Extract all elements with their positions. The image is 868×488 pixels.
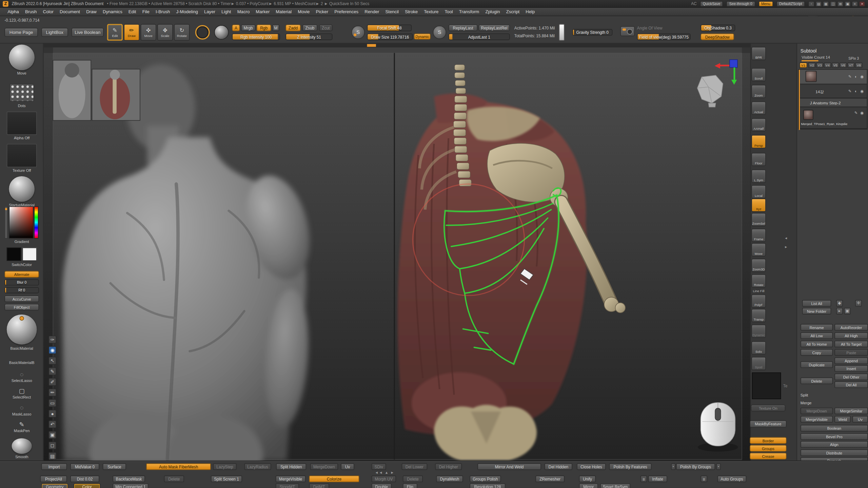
bottom-button-18[interactable]: • (716, 463, 721, 470)
quicksave-button[interactable]: QuickSave (700, 1, 723, 6)
bottom-button-del-hidden[interactable]: Del Hidden (545, 463, 572, 470)
shelf-polyf[interactable]: PolyF (751, 294, 766, 308)
shelf-actual[interactable]: Actual (751, 101, 766, 115)
menu-i-brush[interactable]: I-Brush (153, 9, 173, 14)
rgb-intensity-slider[interactable]: Rgb Intensity 100 (232, 34, 280, 40)
bottom-button-split-hidden[interactable]: Split Hidden (276, 463, 306, 470)
subtool-button-del-all[interactable]: Del All (834, 381, 868, 388)
stroke-thumbnail[interactable] (9, 84, 34, 102)
layout-icon[interactable]: ▤ (815, 1, 822, 6)
history-thumbnails[interactable] (53, 60, 140, 121)
bottom-button-inflate[interactable]: Inflate (648, 475, 667, 482)
camera-icon[interactable] (620, 26, 635, 36)
menu-alpha[interactable]: Alpha (4, 9, 22, 14)
crease-button[interactable]: Crease (750, 453, 787, 460)
shelf-solo[interactable]: Solo (751, 341, 766, 354)
subtool-button-boolean[interactable]: Boolean (801, 425, 868, 432)
shelf-l-sym[interactable]: L.Sym (751, 169, 766, 183)
obj-shadow-slider[interactable]: ObjShadow 0.3 (701, 24, 735, 31)
subtool-button-mergedown[interactable]: MergeDown (801, 408, 833, 414)
focal-shift-slider[interactable]: Focal Shift 48 (367, 24, 412, 31)
bottom-button-polish-by-groups[interactable]: Polish By Groups (676, 463, 715, 470)
default-zscript-button[interactable]: DefaultZScript (776, 1, 805, 6)
material-thumbnail[interactable] (9, 176, 35, 202)
bottom-button-close-holes[interactable]: Close Holes (577, 463, 606, 470)
menu-draw[interactable]: Draw (83, 9, 100, 14)
subtool-button-mergevisible[interactable]: MergeVisible (801, 416, 833, 423)
bottom-button-sdiv[interactable]: SDiv (372, 463, 386, 470)
pencil-icon[interactable]: ✏ (48, 389, 56, 396)
basic-material-b-label[interactable]: BasicMaterialB (0, 361, 43, 365)
trash-icon[interactable]: ▣ (48, 431, 56, 439)
bottom-button-surface[interactable]: Surface (103, 463, 126, 470)
bottom-button-auto-groups[interactable]: Auto Groups (717, 475, 747, 482)
bottom-button-projectall[interactable]: ProjectAll (40, 475, 67, 482)
alpha-a-button[interactable]: A (232, 24, 240, 31)
menu-picker[interactable]: Picker (313, 9, 331, 14)
mask-pen-icon[interactable]: ✎ (17, 420, 27, 428)
zadd-button[interactable]: Zadd (285, 24, 300, 31)
mrgb-button[interactable]: Mrgb (241, 24, 256, 31)
rf-slider[interactable]: Rf 0 (4, 287, 39, 293)
bottom-button-unify[interactable]: Unify (579, 475, 596, 482)
bottom-button-auto-mask-fibermesh[interactable]: Auto Mask FiberMesh (146, 463, 211, 470)
alternate-button[interactable]: Alternate (4, 271, 39, 278)
variant-tab-v5[interactable]: V5 (832, 62, 839, 68)
eraser-icon[interactable]: ▭ (48, 399, 56, 407)
bottom-button-flip[interactable]: Flip (403, 483, 417, 488)
mode-button-edit[interactable]: ✎Edit (107, 24, 123, 41)
shelf-spotl[interactable]: Spotl (751, 357, 766, 370)
menu-dynamics[interactable]: Dynamics (100, 9, 125, 14)
visibility-eye-icon[interactable]: ◉ (860, 75, 865, 79)
shader-icon[interactable]: ◐ (853, 75, 859, 79)
bottom-button-dist-0-02[interactable]: Dist 0.02 (70, 475, 99, 482)
texture-thumbnail[interactable] (7, 144, 37, 167)
select-rect-icon[interactable]: ▢ (17, 387, 27, 395)
subtool-folder-row[interactable]: J Anatomy Step-2 (800, 99, 867, 107)
bottom-button-morph-uv[interactable]: Morph UV (372, 475, 396, 482)
accucurve-button[interactable]: AccuCurve (4, 296, 39, 302)
bottom-button-resolution-128[interactable]: Resolution 128 (470, 483, 505, 488)
subtool-button-all-high[interactable]: All High (834, 332, 868, 339)
groups-button[interactable]: Groups (750, 445, 787, 452)
see-through-slider[interactable]: See-through 0 (727, 1, 755, 6)
shelf-persp[interactable]: Persp (751, 135, 766, 148)
subtool-button-uv[interactable]: Uv (852, 416, 868, 423)
subtool-button-all-to-home[interactable]: All To Home (801, 341, 833, 347)
subtool-button-merge[interactable]: Merge (801, 399, 828, 406)
variant-tab-v2[interactable]: V2 (808, 62, 815, 68)
subtool-button-autoreorder[interactable]: AutoReorder (834, 324, 868, 331)
variant-tab-v3[interactable]: V3 (816, 62, 823, 68)
folder-icon[interactable]: ▣ (844, 308, 851, 314)
bottom-button-color[interactable]: Color (74, 483, 100, 488)
bottom-button-lazyradius[interactable]: LazyRadius (244, 463, 271, 470)
shelf-line-fill[interactable]: Line Fill (751, 288, 766, 293)
menu-render[interactable]: Render (361, 9, 382, 14)
shelf-bpr[interactable]: BPR (751, 47, 766, 60)
bottom-button-delete[interactable]: Delete (164, 475, 184, 482)
rgb-button[interactable]: Rgb (257, 24, 271, 31)
shelf-frame[interactable]: Frame (751, 229, 766, 242)
menu-document[interactable]: Document (57, 9, 83, 14)
deep-shadow-button[interactable]: DeepShadow (701, 34, 734, 40)
shelf-aahalf[interactable]: AAHalf (751, 118, 766, 131)
bottom-button-lazystep[interactable]: LazyStep (213, 463, 236, 470)
texture-on-button[interactable]: Texture On (751, 405, 785, 411)
z-intensity-slider[interactable]: Z Intensity 51 (285, 34, 332, 40)
zsub-button[interactable]: Zsub (302, 24, 317, 31)
bottom-button-delete[interactable]: Delete (403, 475, 423, 482)
mode-button-scale[interactable]: ✥Scale (157, 24, 173, 41)
bottom-button-delmt[interactable]: DelMT (309, 483, 329, 488)
subtool-button-split[interactable]: Split (801, 391, 828, 398)
pin-icon[interactable]: ▫ (808, 1, 814, 6)
border-button[interactable]: Border (750, 437, 787, 444)
bottom-button-uv[interactable]: Uv (341, 463, 354, 470)
note-icon[interactable]: ◻ (48, 442, 56, 449)
secondary-color-swatch[interactable] (22, 247, 37, 261)
target-icon[interactable]: ✛ (855, 300, 862, 307)
bottom-button-backfacemask[interactable]: BackfaceMask (113, 475, 145, 482)
shelf-local[interactable]: Local (751, 185, 766, 198)
draw-size-slider[interactable]: Draw Size 119.78716 (367, 34, 413, 40)
menu-stroke[interactable]: Stroke (402, 9, 421, 14)
shader-icon[interactable]: ◐ (853, 89, 859, 94)
